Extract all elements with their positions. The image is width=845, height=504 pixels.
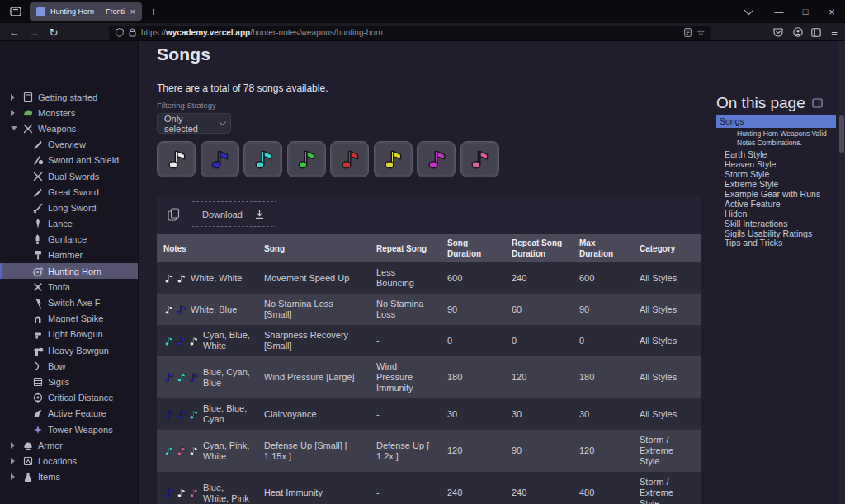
sidebar-item-weapons[interactable]: Weapons	[0, 120, 138, 136]
url-bar[interactable]: https://wycademy.vercel.app/hunter-notes…	[109, 26, 711, 40]
note-button-blue[interactable]	[201, 141, 239, 177]
sidebar-item-hammer[interactable]: Hammer	[0, 247, 138, 263]
tab-close-icon[interactable]: ×	[130, 7, 135, 16]
toc-link-hiden[interactable]: Hiden	[716, 210, 837, 219]
reload-button[interactable]: ↻	[45, 25, 63, 40]
note-button-green[interactable]	[287, 141, 326, 177]
account-icon[interactable]	[791, 26, 805, 39]
sidebar-item-heavy-bowgun[interactable]: Heavy Bowgun	[0, 342, 138, 358]
sidebar-item-armor[interactable]: Armor	[0, 437, 138, 453]
toc-collapse-icon[interactable]	[812, 98, 823, 108]
download-icon	[254, 209, 265, 219]
browser-tab[interactable]: Hunting Horn — Frontier's Wy ×	[30, 2, 142, 21]
caret-down-icon[interactable]	[11, 126, 17, 130]
cell-category: All Styles	[633, 294, 701, 325]
sidebar-item-long-sword[interactable]: Long Sword	[0, 200, 138, 215]
sidebar-item-sword-and-shield[interactable]: Sword and Shield	[0, 153, 138, 168]
cell-category: Storm / Extreme Style	[633, 430, 701, 472]
caret-right-icon[interactable]	[11, 473, 15, 480]
shield-icon[interactable]	[116, 28, 124, 37]
sidebar-item-sigils[interactable]: Sigils	[0, 374, 138, 389]
pocket-icon[interactable]	[771, 26, 786, 39]
column-header-category: Category	[633, 234, 701, 262]
toc-link-tips-and-tricks[interactable]: Tips and Tricks	[716, 238, 837, 248]
scrollbar-thumb[interactable]	[839, 115, 844, 153]
lance-icon	[32, 218, 44, 229]
sidebar-item-switch-axe-f[interactable]: Switch Axe F	[0, 294, 138, 310]
download-button[interactable]: Download	[191, 201, 276, 227]
sidebar-item-tonfa[interactable]: Tonfa	[0, 279, 138, 294]
sidebar-item-hunting-horn[interactable]: Hunting Horn	[0, 263, 138, 279]
cell-max-duration: 90	[573, 294, 633, 325]
sidebar-toggle-icon[interactable]	[809, 26, 824, 39]
tab-favicon	[36, 7, 45, 16]
lock-icon[interactable]	[129, 28, 136, 37]
sidebar-item-label: Sword and Shield	[0, 155, 119, 165]
sidebar-item-items[interactable]: Items	[0, 469, 138, 485]
firefox-view-icon[interactable]	[5, 3, 26, 20]
note-icon-white	[176, 273, 186, 284]
column-header-song: Song	[257, 234, 370, 262]
reader-mode-icon[interactable]	[684, 28, 692, 37]
sidebar-item-monsters[interactable]: Monsters	[0, 105, 138, 120]
sidebar-item-bow[interactable]: Bow	[0, 358, 138, 374]
sidebar-item-light-bowgun[interactable]: Light Bowgun	[0, 327, 138, 342]
sidebar-item-tower-weapons[interactable]: Tower Weapons	[0, 422, 138, 437]
note-button-red[interactable]	[330, 141, 369, 177]
toc-link-songs-active[interactable]: Songs	[716, 115, 836, 128]
caret-right-icon[interactable]	[11, 458, 15, 464]
sidebar-item-great-sword[interactable]: Great Sword	[0, 184, 138, 200]
minimize-button[interactable]: —	[766, 2, 792, 21]
url-text[interactable]: https://wycademy.vercel.app/hunter-notes…	[141, 28, 679, 37]
note-icon-cyan	[188, 409, 199, 420]
songs-table-card: Download NotesSongRepeat SongSong Durati…	[157, 195, 701, 504]
caret-right-icon[interactable]	[11, 442, 15, 449]
on-this-page-panel: On this page Songs Hunting Horn Weapons …	[708, 41, 845, 504]
note-button-purple[interactable]	[417, 141, 456, 177]
menu-icon[interactable]: ≡	[827, 26, 842, 39]
sidebar-item-overview[interactable]: Overview	[0, 137, 138, 153]
filter-strategy-select[interactable]: Only selected	[157, 113, 231, 134]
toc-link-active-feature[interactable]: Active Feature	[716, 200, 837, 210]
back-button[interactable]: ←	[5, 25, 23, 40]
sidebar-item-getting-started[interactable]: Getting started	[0, 89, 138, 105]
sidebar-item-magnet-spike[interactable]: Magnet Spike	[0, 311, 138, 327]
forward-button[interactable]: →	[25, 25, 43, 40]
cell-song-duration: 240	[441, 472, 505, 504]
cell-song: No Stamina Loss [Small]	[257, 294, 370, 325]
cell-song: Defense Up [Small] [ 1.15x ]	[257, 430, 370, 472]
cell-category: All Styles	[633, 356, 701, 398]
sidebar-item-active-feature[interactable]: Active Feature	[0, 406, 138, 422]
filter-strategy-label: Filtering Strategy	[157, 101, 701, 110]
maximize-button[interactable]: □	[792, 2, 819, 21]
sidebar-item-locations[interactable]: Locations	[0, 453, 138, 469]
browser-scrollbar[interactable]	[838, 41, 845, 504]
toc-sublink[interactable]: Hunting Horn Weapons Valid Notes Combina…	[737, 130, 837, 147]
close-window-button[interactable]: ×	[819, 2, 845, 21]
cell-notes: Blue, Blue, Cyan	[157, 398, 257, 430]
caret-right-icon[interactable]	[11, 94, 15, 101]
sidebar-item-lance[interactable]: Lance	[0, 216, 138, 232]
table-row: White, WhiteMovement Speed UpLess Bounci…	[157, 262, 701, 294]
copy-icon[interactable]	[168, 208, 180, 221]
cell-repeat-song: Wind Pressure Immunity	[370, 356, 441, 398]
cell-repeat-song-duration: 30	[505, 398, 573, 430]
list-tabs-icon[interactable]	[734, 2, 761, 21]
bookmark-star-icon[interactable]: ☆	[696, 27, 705, 38]
notes-label: White, Blue	[191, 304, 251, 315]
cell-song: Wind Pressure [Large]	[257, 356, 370, 398]
note-button-pink[interactable]	[460, 141, 499, 177]
sidebar-item-critical-distance[interactable]: Critical Distance	[0, 390, 138, 406]
note-button-cyan[interactable]	[243, 141, 282, 177]
monster-icon	[22, 107, 34, 119]
toc-link-example-gear-with-runs[interactable]: Example Gear with Runs	[716, 190, 837, 200]
note-button-yellow[interactable]	[374, 141, 413, 177]
songs-table: NotesSongRepeat SongSong DurationRepeat …	[157, 234, 701, 504]
sidebar-item-gunlance[interactable]: Gunlance	[0, 232, 138, 247]
new-tab-button[interactable]: +	[150, 5, 157, 18]
caret-right-icon[interactable]	[11, 110, 15, 116]
music-note-icon	[339, 148, 361, 170]
note-button-white[interactable]	[157, 141, 196, 177]
sidebar-item-dual-swords[interactable]: Dual Swords	[0, 168, 138, 184]
toc-link-skill-interactions[interactable]: Skill Interactions	[716, 219, 837, 229]
